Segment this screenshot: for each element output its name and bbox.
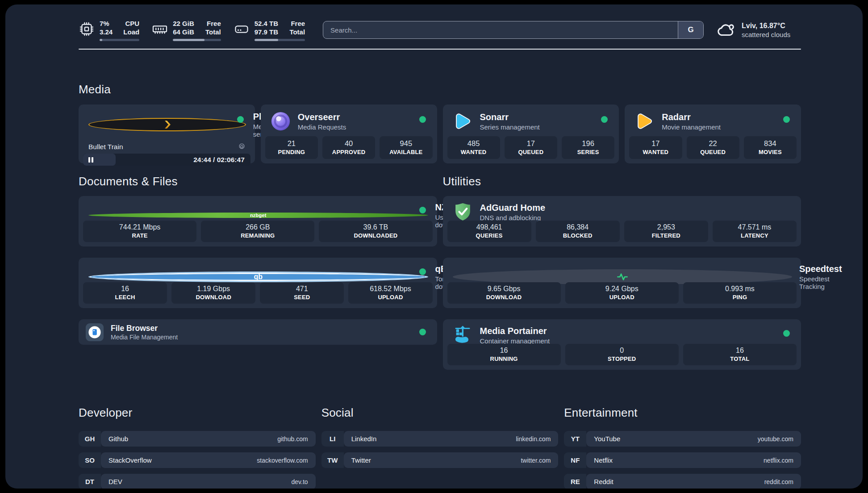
app-subtitle: Series management <box>480 123 540 131</box>
section-title-documents: Documents & Files <box>79 175 437 188</box>
cpu-load-value: 3.24 <box>100 28 113 36</box>
memory-free-label: Free <box>204 19 221 28</box>
stat-rate: 744.21 MbpsRATE <box>83 221 196 242</box>
stat-wanted: 485WANTED <box>447 136 500 159</box>
memory-monitor: 22 GiB 64 GiB Free Total <box>152 19 221 41</box>
link-domain: twitter.com <box>521 457 551 464</box>
app-card-qbittorrent[interactable]: qb qBittorrent Torrent downloader 16LEEC… <box>79 258 437 308</box>
link-linkedin[interactable]: LI LinkedIn linkedin.com <box>321 431 559 447</box>
filebrowser-icon <box>86 323 104 341</box>
disk-monitor: 52.4 TB 97.9 TB Free Total <box>234 19 305 41</box>
disk-free-label: Free <box>288 19 305 28</box>
search-bar: G <box>323 21 704 39</box>
link-domain: youtube.com <box>758 435 793 443</box>
utilities-column: Utilities <box>443 175 801 381</box>
link-netflix[interactable]: NF Netflix netflix.com <box>564 452 801 468</box>
plex-icon <box>88 118 246 131</box>
link-name: Twitter <box>351 456 371 464</box>
link-youtube[interactable]: YT YouTube youtube.com <box>564 431 801 447</box>
topbar: 7% 3.24 CPU Load 22 GiB <box>79 18 801 42</box>
cloud-icon <box>716 20 736 40</box>
app-card-sonarr[interactable]: Sonarr Series management 485WANTED 17QUE… <box>443 104 619 163</box>
app-card-overseerr[interactable]: Overseerr Media Requests 21PENDING 40APP… <box>261 104 437 163</box>
link-domain: netflix.com <box>764 457 793 464</box>
stat-upload: 9.24 GbpsUPLOAD <box>565 282 679 304</box>
stat-downloaded: 39.6 TBDOWNLOADED <box>319 221 432 242</box>
playback-progressbar: 24:44 / 02:06:47 <box>83 154 250 166</box>
stat-filtered: 2,953FILTERED <box>624 221 708 242</box>
app-title: Overseerr <box>298 112 346 122</box>
link-reddit[interactable]: RE Reddit reddit.com <box>564 474 801 489</box>
social-column: Social LI LinkedIn linkedin.com TW Twitt… <box>321 406 559 489</box>
link-twitter[interactable]: TW Twitter twitter.com <box>321 452 559 468</box>
link-domain: dev.to <box>292 478 308 485</box>
link-github[interactable]: GH Github github.com <box>79 431 316 447</box>
link-badge: GH <box>79 431 101 447</box>
memory-total-label: Total <box>204 28 221 36</box>
adguard-icon <box>453 202 473 222</box>
stat-seed: 471SEED <box>260 282 344 304</box>
app-card-speedtest[interactable]: Speedtest Speedtest Tracking 9.65 GbpsDO… <box>443 258 801 308</box>
stat-total: 16TOTAL <box>683 344 797 365</box>
portainer-icon <box>453 325 473 345</box>
search-input[interactable] <box>323 21 678 38</box>
pause-icon <box>88 157 93 163</box>
cpu-label: CPU <box>122 19 139 28</box>
link-name: Github <box>108 435 128 443</box>
media-grid: Plex Media server Bullet Train 24:44 / 0… <box>79 104 801 163</box>
section-title-utilities: Utilities <box>443 175 801 188</box>
disk-total-label: Total <box>288 28 305 36</box>
weather-location-temp: Lviv, 16.87°C <box>742 21 790 30</box>
cpu-icon <box>79 21 95 37</box>
app-card-adguard[interactable]: AdGuard Home DNS and adblocking 498,461Q… <box>443 196 801 246</box>
app-card-plex[interactable]: Plex Media server Bullet Train 24:44 / 0… <box>79 104 255 163</box>
app-title: Sonarr <box>480 112 540 122</box>
disk-free-value: 52.4 TB <box>255 19 278 28</box>
link-badge: RE <box>564 474 586 489</box>
disk-progressbar <box>255 39 305 41</box>
radarr-icon <box>634 111 655 131</box>
section-title-social: Social <box>321 406 559 420</box>
memory-total-value: 64 GiB <box>173 28 194 36</box>
stat-download: 9.65 GbpsDOWNLOAD <box>447 282 561 304</box>
app-card-radarr[interactable]: Radarr Movie management 17WANTED 22QUEUE… <box>625 104 801 163</box>
sonarr-icon <box>453 111 473 131</box>
app-subtitle: Speedtest Tracking <box>799 275 842 290</box>
link-badge: TW <box>321 452 344 468</box>
now-playing-title: Bullet Train <box>88 143 123 151</box>
link-domain: github.com <box>277 435 308 443</box>
app-subtitle: Media Requests <box>298 123 346 131</box>
link-stackoverflow[interactable]: SO StackOverflow stackoverflow.com <box>79 452 316 468</box>
link-badge: LI <box>321 431 344 447</box>
disk-total-value: 97.9 TB <box>255 28 278 36</box>
search-engine-button[interactable]: G <box>678 21 703 38</box>
link-name: DEV <box>108 478 122 485</box>
cpu-monitor: 7% 3.24 CPU Load <box>79 19 139 41</box>
stat-ping: 0.993 msPING <box>683 282 797 304</box>
link-domain: linkedin.com <box>516 435 551 443</box>
app-card-nzbget[interactable]: nzbget NZBGet Usenet downloader 744.21 M… <box>79 196 437 246</box>
app-subtitle: Movie management <box>662 123 721 131</box>
developer-column: Developer GH Github github.com SO StackO… <box>79 406 316 489</box>
stat-queued: 22QUEUED <box>687 136 739 159</box>
status-dot <box>419 207 426 213</box>
memory-progressbar <box>173 39 221 41</box>
link-dev[interactable]: DT DEV dev.to <box>79 474 316 489</box>
link-badge: DT <box>79 474 101 489</box>
app-card-portainer[interactable]: Media Portainer Container management 16R… <box>443 319 801 370</box>
link-name: Netflix <box>594 456 613 464</box>
playback-time: 24:44 / 02:06:47 <box>193 156 250 164</box>
link-name: Reddit <box>594 478 613 485</box>
stat-movies: 834MOVIES <box>744 136 797 159</box>
app-card-filebrowser[interactable]: File Browser Media File Management <box>79 319 437 345</box>
stat-wanted: 17WANTED <box>629 136 682 159</box>
stat-series: 196SERIES <box>562 136 614 159</box>
stat-available: 945AVAILABLE <box>380 136 432 159</box>
memory-icon <box>152 21 168 37</box>
weather-widget: Lviv, 16.87°C scattered clouds <box>716 20 801 40</box>
documents-column: Documents & Files nzbget NZBGet Usenet d… <box>79 175 437 381</box>
section-title-developer: Developer <box>79 406 316 420</box>
link-name: StackOverflow <box>108 456 152 464</box>
stat-download: 1.19 GbpsDOWNLOAD <box>171 282 255 304</box>
link-name: LinkedIn <box>351 435 377 443</box>
